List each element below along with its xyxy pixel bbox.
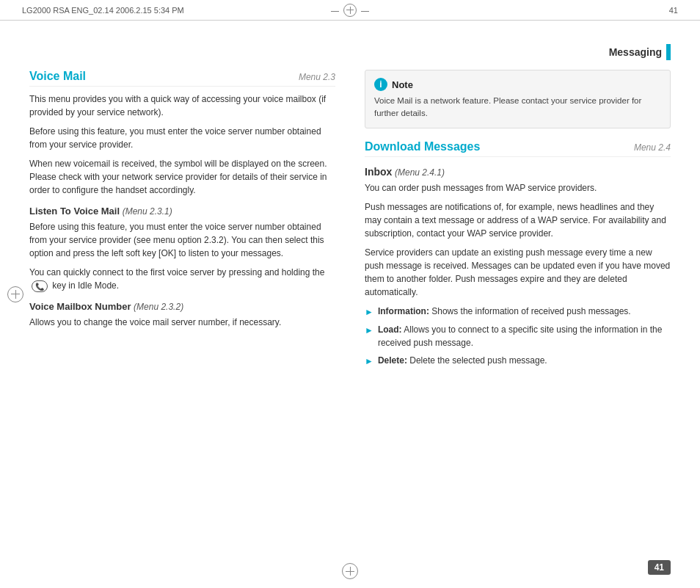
bc-cross-v [350,567,351,576]
crosshair-v [350,7,351,14]
voice-mail-para2: Before using this feature, you must ente… [29,125,335,151]
note-icon-text: i [379,79,382,90]
bullet-label: Load: [378,324,402,335]
header-circle-icon [343,4,357,17]
page-container: LG2000 RSA ENG_02.14 2006.2.15 5:34 PM —… [0,0,700,588]
listen-title: Listen To Voice Mail [29,206,120,217]
bullet-text: Information: Shows the information of re… [378,305,631,318]
note-text: Voice Mail is a network feature. Please … [374,95,661,120]
voicebox-title-block: Voice Mailbox Number (Menu 2.3.2) [29,301,335,312]
note-header: i Note [374,78,661,91]
left-column: Voice Mail Menu 2.3 This menu provides y… [29,70,335,544]
note-label: Note [392,79,413,90]
bullet-arrow-icon: ► [365,324,373,337]
inbox-para3: Service providers can update an existing… [365,246,671,299]
bullet-text: Load: Allows you to connect to a specifi… [378,323,671,349]
inbox-title: Inbox [365,166,392,178]
voice-mail-menu: Menu 2.3 [299,72,335,82]
inbox-para2: Push messages are notifications of, for … [365,200,671,240]
listen-text: Before using this feature, you must ente… [29,220,335,260]
listen-text2b: key in Idle Mode. [52,280,119,291]
download-messages-menu: Menu 2.4 [634,142,671,153]
voice-mail-title: Voice Mail [29,70,86,83]
bullet-item: ► Information: Shows the information of … [365,305,671,319]
bullet-arrow-icon: ► [365,355,373,368]
bullet-text: Delete: Delete the selected push message… [378,354,547,367]
note-box: i Note Voice Mail is a network feature. … [365,70,671,128]
listen-text2-block: You can quickly connect to the first voi… [29,266,335,292]
download-messages-title: Download Messages [365,140,480,153]
bullet-item: ► Load: Allows you to connect to a speci… [365,323,671,349]
voicebox-menu: (Menu 2.3.2) [134,302,183,312]
right-column: i Note Voice Mail is a network feature. … [365,70,671,544]
inbox-title-block: Inbox (Menu 2.4.1) [365,166,671,178]
header-center: — — [331,4,369,17]
bullet-item: ► Delete: Delete the selected push messa… [365,354,671,368]
listen-text2: You can quickly connect to the first voi… [29,267,324,277]
listen-title-block: Listen To Voice Mail (Menu 2.3.1) [29,206,335,217]
header-dash-right: — [361,6,369,15]
bullet-label: Delete: [378,355,407,366]
page-number-text: 41 [655,562,664,573]
voicebox-text: Allows you to change the voice mail serv… [29,316,335,329]
header-dash-left: — [331,6,339,15]
voice-mail-intro: This menu provides you with a quick way … [29,92,335,119]
header-page-num: 41 [669,6,678,15]
messaging-title-text: Messaging [609,46,662,58]
voice-mail-header-row: Voice Mail Menu 2.3 [29,70,335,87]
lm-cross-v [15,290,16,299]
messaging-title-block: Messaging [609,44,671,60]
bullet-list: ► Information: Shows the information of … [365,305,671,368]
bottom-circle [342,563,358,579]
left-margin-circle [7,286,23,302]
header-bar: LG2000 RSA ENG_02.14 2006.2.15 5:34 PM —… [0,0,700,21]
voice-mail-para3: When new voicemail is received, the symb… [29,157,335,197]
header-meta: LG2000 RSA ENG_02.14 2006.2.15 5:34 PM [22,6,184,15]
bullet-label: Information: [378,306,429,316]
download-messages-header-row: Download Messages Menu 2.4 [365,140,671,157]
inbox-menu: (Menu 2.4.1) [395,167,445,178]
listen-menu: (Menu 2.3.1) [123,206,172,217]
page-number: 41 [648,560,671,575]
messaging-accent-bar [666,44,671,60]
header-right: 41 [369,6,678,15]
content-area: Voice Mail Menu 2.3 This menu provides y… [29,70,671,544]
inbox-para1: You can order push messages from WAP ser… [365,181,671,195]
header-left-text: LG2000 RSA ENG_02.14 2006.2.15 5:34 PM [22,6,331,15]
phone-key-icon: 📞 [32,280,48,292]
voicebox-title: Voice Mailbox Number [29,301,131,312]
note-icon: i [374,78,387,91]
bullet-arrow-icon: ► [365,305,373,319]
